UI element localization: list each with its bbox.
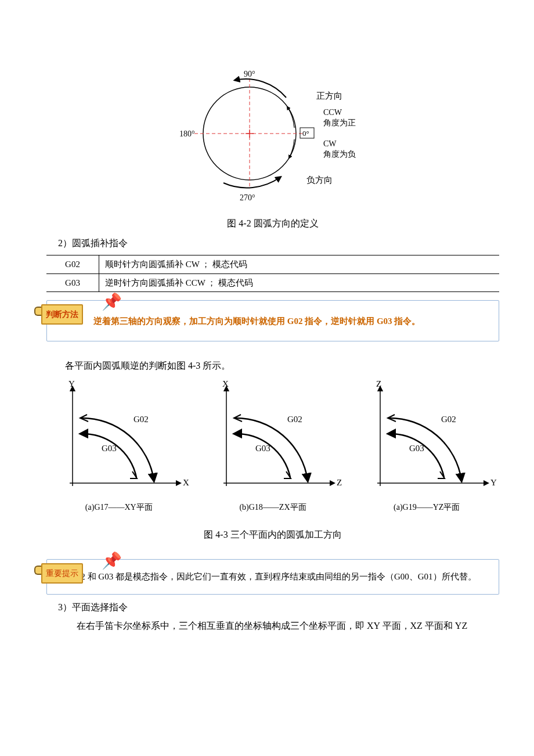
pushpin-icon: 📌 [102,549,122,573]
arc-direction-diagram: 90° 180° 270° 0° 正方向 CCW 角度为正 CW 角度为负 负方… [171,52,374,209]
svg-text:G02: G02 [287,415,302,424]
callout-tag: 重要提示 [41,563,83,584]
svg-text:X: X [183,478,189,487]
svg-text:0°: 0° [302,129,309,138]
plane-diagram-zx: X Z G02 G03 (b)G18——ZX平面 [200,379,345,513]
plane-caption: (a)G19——YZ平面 [354,501,499,513]
table-row: G02 顺时针方向圆弧插补 CW ； 模态代码 [46,255,499,274]
callout-important-tip: 📌 重要提示 G02 和 G03 都是模态指令，因此它们一直有效，直到程序结束或… [46,559,499,595]
figure-4-3: Y X G02 G03 (a)G17——XY平面 X [46,379,499,513]
svg-text:Z: Z [376,379,381,388]
svg-text:CW: CW [323,139,337,148]
svg-text:G02: G02 [134,415,149,424]
callout-text: 逆着第三轴的方向观察，加工方向为顺时针就使用 G02 指令，逆时针就用 G03 … [93,316,420,326]
svg-text:负方向: 负方向 [306,175,333,185]
svg-text:270°: 270° [240,193,255,202]
table-row: G03 逆时针方向圆弧插补 CCW ； 模态代码 [46,273,499,292]
svg-text:G03: G03 [409,444,424,453]
plane-caption: (a)G17——XY平面 [46,501,192,513]
code-cell: G03 [46,273,99,292]
callout-tag: 判断方法 [41,304,83,325]
callout-judgment-method: 📌 判断方法 逆着第三轴的方向观察，加工方向为顺时针就使用 G02 指令，逆时针… [46,300,499,341]
code-cell: G02 [46,255,99,274]
svg-text:G02: G02 [441,415,456,424]
svg-text:Y: Y [490,478,497,487]
figure-4-2: 90° 180° 270° 0° 正方向 CCW 角度为正 CW 角度为负 负方… [46,52,499,231]
pushpin-icon: 📌 [102,290,122,314]
figure-4-2-caption: 图 4-2 圆弧方向的定义 [46,217,499,231]
plane-caption: (b)G18——ZX平面 [200,501,345,513]
plane-diagram-xy: Y X G02 G03 (a)G17——XY平面 [46,379,192,513]
desc-cell: 逆时针方向圆弧插补 CCW ； 模态代码 [99,273,500,292]
svg-text:角度为负: 角度为负 [323,150,356,159]
plane-diagram-yz: Z Y G02 G03 (a)G19——YZ平面 [354,379,499,513]
svg-text:Z: Z [337,478,342,487]
section-3-title: 3）平面选择指令 [58,600,499,614]
section-3-paragraph: 在右手笛卡尔坐标系中，三个相互垂直的坐标轴构成三个坐标平面，即 XY 平面，XZ… [58,619,499,633]
svg-text:X: X [222,379,229,388]
svg-text:180°: 180° [179,129,195,138]
paragraph-plane-judgment: 各平面内圆弧顺逆的判断如图 4-3 所示。 [46,359,499,373]
svg-text:G03: G03 [255,444,270,453]
callout-text: G02 和 G03 都是模态指令，因此它们一直有效，直到程序结束或由同组的另一指… [70,572,477,581]
figure-4-3-caption: 图 4-3 三个平面内的圆弧加工方向 [46,528,499,542]
svg-text:正方向: 正方向 [316,91,342,100]
svg-text:角度为正: 角度为正 [323,118,356,127]
svg-text:Y: Y [68,379,75,388]
svg-text:90°: 90° [244,70,255,78]
section-2-title: 2）圆弧插补指令 [58,236,499,250]
desc-cell: 顺时针方向圆弧插补 CW ； 模态代码 [99,255,500,274]
svg-text:CCW: CCW [323,108,342,117]
svg-text:G03: G03 [102,444,117,453]
gcode-table: G02 顺时针方向圆弧插补 CW ； 模态代码 G03 逆时针方向圆弧插补 CC… [46,255,499,292]
